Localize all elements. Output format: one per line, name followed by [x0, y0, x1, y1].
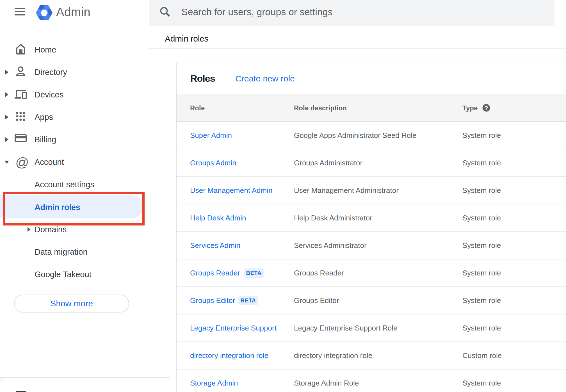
svg-text:?: ? — [485, 105, 488, 111]
